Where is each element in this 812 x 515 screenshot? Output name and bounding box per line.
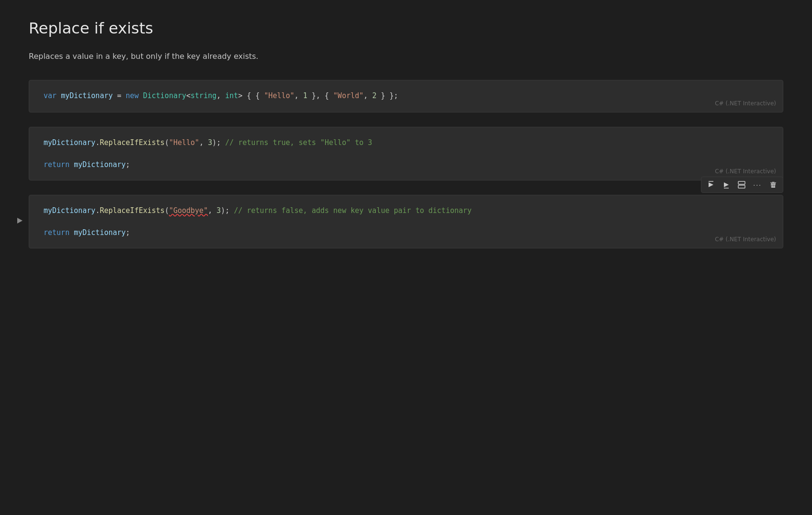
cell-2: myDictionary.ReplaceIfExists("Hello", 3)… <box>29 127 783 180</box>
run-below-button[interactable] <box>720 179 733 190</box>
code-line-2-2: return myDictionary; <box>44 159 768 170</box>
code-line-3-1: myDictionary.ReplaceIfExists("Goodbye", … <box>44 205 768 216</box>
code-cell-2: myDictionary.ReplaceIfExists("Hello", 3)… <box>29 127 783 180</box>
svg-marker-1 <box>709 182 713 187</box>
delete-button[interactable] <box>767 179 780 190</box>
cell-toolbar: ··· <box>701 177 783 193</box>
code-line-2-1: myDictionary.ReplaceIfExists("Hello", 3)… <box>44 137 768 148</box>
code-cell-1: var myDictionary = new Dictionary<string… <box>29 80 783 112</box>
cell-2-label: C# (.NET Interactive) <box>715 167 776 176</box>
page-title: Replace if exists <box>29 19 783 37</box>
more-button[interactable]: ··· <box>750 179 765 190</box>
cell-3-label: C# (.NET Interactive) <box>715 235 776 244</box>
run-button-cell-3[interactable] <box>14 215 25 228</box>
run-above-button[interactable] <box>704 179 718 190</box>
svg-rect-5 <box>738 181 745 184</box>
page-description: Replaces a value in a key, but only if t… <box>29 52 783 61</box>
cell-1-label: C# (.NET Interactive) <box>715 99 776 108</box>
code-line-3-2: return myDictionary; <box>44 227 768 238</box>
code-cell-3: myDictionary.ReplaceIfExists("Goodbye", … <box>29 195 783 248</box>
cell-1: var myDictionary = new Dictionary<string… <box>29 80 783 112</box>
svg-marker-0 <box>17 218 23 224</box>
cell-3: ··· myDictionary.ReplaceIfExists("Goodby… <box>29 195 783 248</box>
svg-marker-3 <box>724 182 729 187</box>
code-content-1: var myDictionary = new Dictionary<string… <box>44 91 398 100</box>
split-cell-button[interactable] <box>735 179 748 190</box>
svg-rect-6 <box>738 185 745 188</box>
